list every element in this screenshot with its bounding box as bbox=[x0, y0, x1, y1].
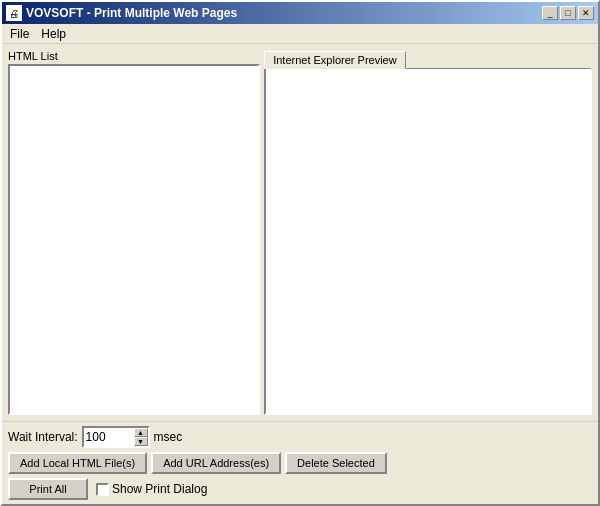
bottom-controls: Wait Interval: ▲ ▼ msec Add Local HTML F… bbox=[2, 421, 598, 504]
title-bar: 🖨 VOVSOFT - Print Multiple Web Pages _ □… bbox=[2, 2, 598, 24]
spinner-up-button[interactable]: ▲ bbox=[134, 428, 148, 437]
title-buttons: _ □ ✕ bbox=[542, 6, 594, 20]
preview-content bbox=[264, 68, 592, 415]
title-bar-left: 🖨 VOVSOFT - Print Multiple Web Pages bbox=[6, 5, 237, 21]
wait-interval-row: Wait Interval: ▲ ▼ msec bbox=[8, 426, 592, 448]
show-print-dialog-checkbox[interactable] bbox=[96, 483, 109, 496]
wait-interval-input[interactable] bbox=[84, 428, 134, 446]
menu-bar: File Help bbox=[2, 24, 598, 44]
add-local-html-button[interactable]: Add Local HTML File(s) bbox=[8, 452, 147, 474]
html-list-panel: HTML List bbox=[8, 50, 260, 415]
spinner-buttons: ▲ ▼ bbox=[134, 428, 148, 446]
msec-label: msec bbox=[154, 430, 183, 444]
main-window: 🖨 VOVSOFT - Print Multiple Web Pages _ □… bbox=[0, 0, 600, 506]
show-print-dialog-wrapper: Show Print Dialog bbox=[96, 482, 207, 496]
menu-file[interactable]: File bbox=[4, 25, 35, 43]
window-title: VOVSOFT - Print Multiple Web Pages bbox=[26, 6, 237, 20]
html-list-label: HTML List bbox=[8, 50, 260, 62]
wait-interval-label: Wait Interval: bbox=[8, 430, 78, 444]
close-button[interactable]: ✕ bbox=[578, 6, 594, 20]
spinner-down-button[interactable]: ▼ bbox=[134, 437, 148, 446]
print-all-button[interactable]: Print All bbox=[8, 478, 88, 500]
content-area: HTML List Internet Explorer Preview bbox=[2, 44, 598, 421]
add-url-button[interactable]: Add URL Address(es) bbox=[151, 452, 281, 474]
show-print-dialog-label: Show Print Dialog bbox=[112, 482, 207, 496]
minimize-button[interactable]: _ bbox=[542, 6, 558, 20]
action-buttons-row: Add Local HTML File(s) Add URL Address(e… bbox=[8, 452, 592, 474]
tab-ie-preview[interactable]: Internet Explorer Preview bbox=[264, 51, 406, 69]
print-row: Print All Show Print Dialog bbox=[8, 478, 592, 500]
wait-interval-input-wrapper: ▲ ▼ bbox=[82, 426, 150, 448]
tab-bar: Internet Explorer Preview bbox=[264, 50, 592, 68]
delete-selected-button[interactable]: Delete Selected bbox=[285, 452, 387, 474]
maximize-button[interactable]: □ bbox=[560, 6, 576, 20]
app-icon: 🖨 bbox=[6, 5, 22, 21]
html-list-box[interactable] bbox=[8, 64, 260, 415]
menu-help[interactable]: Help bbox=[35, 25, 72, 43]
preview-panel: Internet Explorer Preview bbox=[264, 50, 592, 415]
